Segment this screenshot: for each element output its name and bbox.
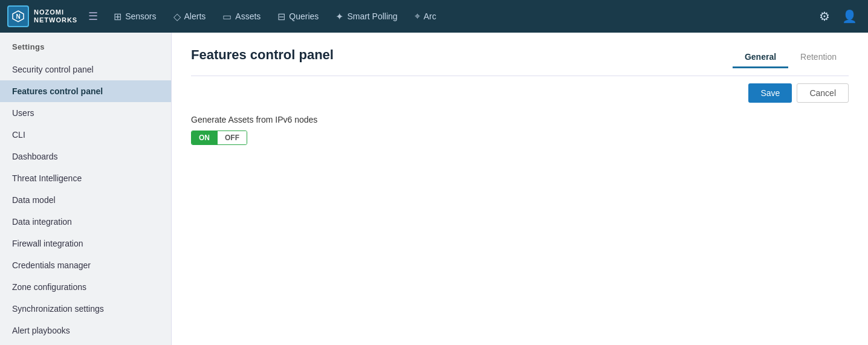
sidebar-item-features-control-panel[interactable]: Features control panel [0,80,171,102]
sidebar-item-threat-intelligence[interactable]: Threat Intelligence [0,167,171,189]
tab-group: General Retention [733,47,849,68]
feature-label: Generate Assets from IPv6 nodes [191,115,849,124]
nav-assets[interactable]: ▭ Assets [215,7,268,26]
toggle-on-button[interactable]: ON [192,131,217,144]
sidebar-item-security-control-panel[interactable]: Security control panel [0,59,171,80]
top-navigation: N NOZOMI NETWORKS ☰ ⊞ Sensors ◇ Alerts ▭… [0,0,868,33]
main-header: Features control panel General Retention [172,33,868,68]
save-button[interactable]: Save [748,83,792,103]
alerts-icon: ◇ [173,11,181,22]
logo[interactable]: N NOZOMI NETWORKS [7,5,77,27]
nav-sensors[interactable]: ⊞ Sensors [106,7,163,26]
toggle-ipv6[interactable]: ON OFF [191,131,247,145]
cancel-button[interactable]: Cancel [797,83,849,103]
sidebar-item-synchronization-settings[interactable]: Synchronization settings [0,298,171,320]
nav-right-actions: ⚙ 👤 [815,5,861,27]
toggle-off-button[interactable]: OFF [217,131,247,144]
hamburger-icon[interactable]: ☰ [85,6,102,27]
nav-queries[interactable]: ⊟ Queries [270,7,326,26]
action-bar: Save Cancel [172,76,868,110]
svg-text:N: N [16,13,20,20]
user-icon[interactable]: 👤 [838,5,861,27]
sidebar-item-firewall-integration[interactable]: Firewall integration [0,233,171,254]
sidebar-item-users[interactable]: Users [0,102,171,124]
settings-icon[interactable]: ⚙ [815,5,834,27]
page-layout: Settings Security control panel Features… [0,33,868,345]
content-area: Generate Assets from IPv6 nodes ON OFF [172,110,868,160]
nav-alerts[interactable]: ◇ Alerts [166,7,213,26]
arc-icon: ⌖ [415,11,420,22]
sidebar-item-zone-configurations[interactable]: Zone configurations [0,276,171,298]
main-content: Features control panel General Retention… [172,33,868,345]
tab-general[interactable]: General [733,47,788,68]
logo-icon: N [7,5,29,27]
sidebar: Settings Security control panel Features… [0,33,172,345]
page-title: Features control panel [191,47,334,63]
sidebar-item-data-integration[interactable]: Data integration [0,211,171,233]
tab-retention[interactable]: Retention [788,47,849,68]
sidebar-item-data-model[interactable]: Data model [0,189,171,211]
nav-arc[interactable]: ⌖ Arc [407,7,444,25]
nav-smart-polling[interactable]: ✦ Smart Polling [328,7,404,26]
sidebar-item-alert-playbooks[interactable]: Alert playbooks [0,320,171,341]
sidebar-item-cli[interactable]: CLI [0,124,171,146]
smart-polling-icon: ✦ [335,11,343,22]
sidebar-title: Settings [0,42,171,59]
sidebar-item-dashboards[interactable]: Dashboards [0,146,171,167]
queries-icon: ⊟ [277,11,285,22]
assets-icon: ▭ [222,11,232,22]
sidebar-item-credentials-manager[interactable]: Credentials manager [0,254,171,276]
sensors-icon: ⊞ [114,11,121,22]
logo-text: NOZOMI NETWORKS [34,8,77,24]
